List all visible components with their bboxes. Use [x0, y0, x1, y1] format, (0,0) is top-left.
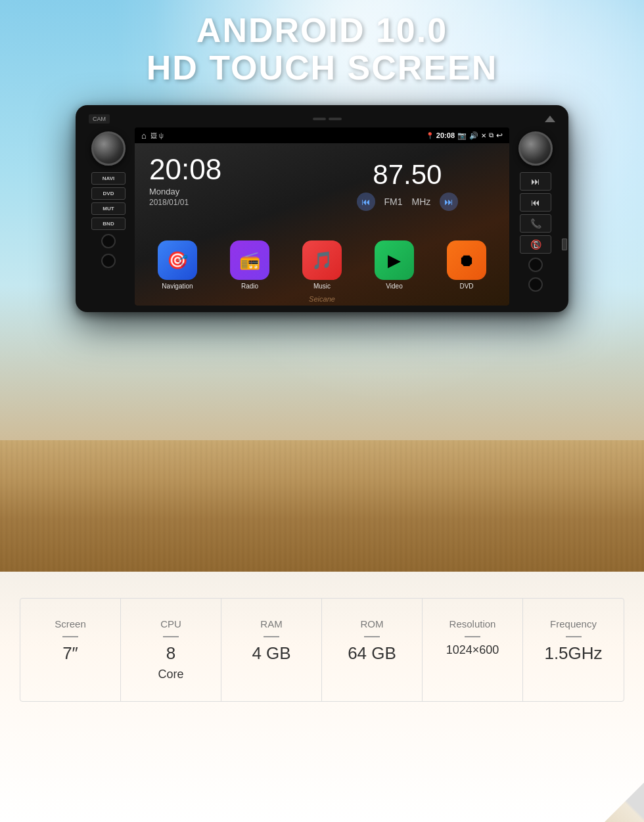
status-center-icons: 📍 20:08 📷 🔊 ✕ ⧉ ↩: [426, 131, 503, 140]
home-icon[interactable]: ⌂: [141, 131, 147, 141]
video-app-icon[interactable]: ▶ Video: [375, 240, 414, 290]
spec-screen-divider: [62, 636, 78, 637]
left-knob[interactable]: [91, 131, 126, 166]
spec-ram-label: RAM: [260, 618, 282, 629]
app-icons-row: 🎯 Navigation 📻 Radio 🎵 Music: [135, 235, 509, 292]
cam-label: CAM: [89, 114, 110, 124]
android-home: 20:08 Monday 2018/01/01 87.50 ⏮ FM1: [135, 143, 509, 306]
top-bar-center: [313, 118, 342, 120]
hero-title: ANDROID 10.0 HD TOUCH SCREEN: [0, 12, 644, 87]
hangup-button[interactable]: 📵: [520, 235, 551, 254]
radio-band-row: ⏮ FM1 MHz ⏭: [357, 193, 459, 211]
close-status-icon: ✕: [481, 132, 486, 139]
right-hole-2: [528, 277, 543, 292]
spec-cpu-label: CPU: [160, 618, 181, 629]
specs-section: Screen 7″ CPU 8Core RAM 4 GB ROM 64 GB R…: [0, 572, 644, 822]
title-line1: ANDROID 10.0: [0, 12, 644, 49]
radio-icon-box: 📻: [230, 240, 269, 280]
spec-resolution-value: 1024×600: [446, 644, 499, 657]
title-line2: HD TOUCH SCREEN: [0, 49, 644, 87]
next-track-button[interactable]: ⏭: [520, 172, 551, 191]
specs-grid: Screen 7″ CPU 8Core RAM 4 GB ROM 64 GB R…: [20, 598, 624, 702]
top-indicator: [313, 118, 326, 120]
screen-area: ⌂ 🖼 ψ 📍 20:08 📷 🔊 ✕ ⧉ ↩: [135, 127, 509, 306]
dvd-icon-box: ⏺: [447, 240, 486, 280]
clock-date: 2018/01/01: [149, 198, 302, 207]
clock-widget: 20:08 Monday 2018/01/01: [140, 148, 311, 223]
spec-ram-value: 4 GB: [252, 644, 290, 663]
spec-rom-divider: [364, 636, 380, 637]
music-icon-box: 🎵: [302, 240, 342, 280]
video-icon-box: ▶: [375, 240, 414, 280]
spec-frequency: Frequency 1.5GHz: [523, 599, 624, 701]
left-hole-1: [101, 234, 116, 248]
right-panel: ⏭ ⏮ 📞 📵: [509, 127, 562, 306]
android-status-bar: ⌂ 🖼 ψ 📍 20:08 📷 🔊 ✕ ⧉ ↩: [135, 127, 509, 143]
spec-cpu-value: 8Core: [158, 644, 183, 681]
call-button[interactable]: 📞: [520, 214, 551, 233]
spec-cpu-divider: [163, 636, 179, 637]
dvd-button[interactable]: DVD: [91, 187, 126, 200]
radio-band: FM1: [384, 196, 403, 207]
stereo-body: NAVI DVD MUT BND ⌂ 🖼 ψ: [82, 127, 562, 306]
radio-prev-btn[interactable]: ⏮: [357, 193, 375, 211]
spec-screen-label: Screen: [55, 618, 86, 629]
widget-area: 20:08 Monday 2018/01/01 87.50 ⏮ FM1: [135, 143, 509, 229]
spec-rom-value: 64 GB: [348, 644, 396, 663]
spec-frequency-value: 1.5GHz: [544, 644, 602, 663]
clock-time: 20:08: [149, 155, 302, 184]
stereo-unit: CAM NAVI DVD MUT BND: [76, 105, 568, 312]
right-knob[interactable]: [518, 131, 553, 166]
music-icon-label: Music: [313, 283, 331, 290]
right-hole-1: [528, 258, 543, 272]
nav-icon-box: 🎯: [158, 240, 197, 280]
spec-frequency-divider: [566, 636, 582, 637]
spec-resolution-label: Resolution: [449, 618, 496, 629]
prev-track-button[interactable]: ⏮: [520, 193, 551, 212]
mut-button[interactable]: MUT: [91, 202, 126, 215]
dvd-icon-label: DVD: [459, 283, 473, 290]
window-status-icon: ⧉: [489, 131, 494, 139]
radio-next-btn[interactable]: ⏭: [440, 193, 458, 211]
spec-ram-divider: [264, 636, 279, 637]
spec-rom-label: ROM: [361, 618, 384, 629]
spec-ram: RAM 4 GB: [221, 599, 322, 701]
status-time: 20:08: [436, 131, 455, 139]
usb-port: [562, 239, 567, 250]
music-app-icon[interactable]: 🎵 Music: [302, 240, 342, 290]
bnd-button[interactable]: BND: [91, 217, 126, 230]
navi-button[interactable]: NAVI: [91, 172, 126, 185]
nav-icon-label: Navigation: [162, 283, 193, 290]
radio-app-icon[interactable]: 📻 Radio: [230, 240, 269, 290]
nav-app-icon[interactable]: 🎯 Navigation: [158, 240, 197, 290]
seicane-watermark: Seicane: [135, 292, 509, 306]
camera-status-icon: 📷: [457, 131, 467, 140]
volume-status-icon: 🔊: [469, 131, 478, 140]
dvd-app-icon[interactable]: ⏺ DVD: [447, 240, 486, 290]
radio-widget: 87.50 ⏮ FM1 MHz ⏭: [311, 148, 504, 223]
left-hole-2: [101, 254, 116, 268]
wood-surface: [0, 440, 644, 572]
radio-unit: MHz: [412, 196, 431, 207]
spec-rom: ROM 64 GB: [322, 599, 423, 701]
clock-day: Monday: [149, 187, 302, 196]
top-indicator2: [329, 118, 342, 120]
radio-icon-label: Radio: [241, 283, 258, 290]
left-panel: NAVI DVD MUT BND: [82, 127, 135, 306]
status-left-icons: 🖼 ψ: [150, 132, 164, 139]
spec-screen: Screen 7″: [20, 599, 121, 701]
radio-frequency: 87.50: [373, 161, 442, 189]
eject-button[interactable]: [545, 116, 555, 122]
spec-screen-value: 7″: [62, 644, 78, 663]
video-icon-label: Video: [386, 283, 402, 290]
back-status-icon: ↩: [496, 131, 503, 140]
location-icon: 📍: [426, 132, 434, 139]
stereo-top-bar: CAM: [82, 114, 562, 127]
spec-cpu: CPU 8Core: [121, 599, 221, 701]
spec-resolution: Resolution 1024×600: [423, 599, 523, 701]
spec-frequency-label: Frequency: [550, 618, 597, 629]
hero-section: ANDROID 10.0 HD TOUCH SCREEN CAM NAVI: [0, 0, 644, 572]
spec-resolution-divider: [465, 636, 480, 637]
status-left: ⌂ 🖼 ψ: [141, 131, 164, 141]
